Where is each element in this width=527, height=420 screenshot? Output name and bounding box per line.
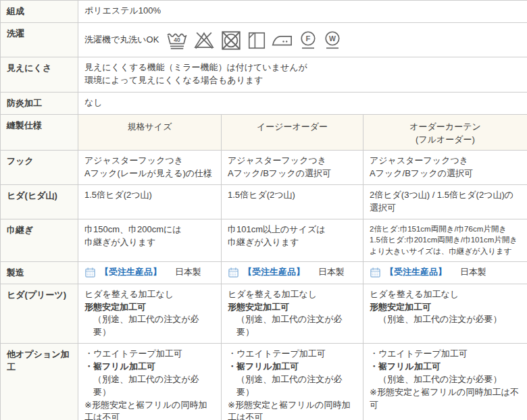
cell-hook-full-order: アジャスターフックつき Aフック/Bフックの選択可 xyxy=(363,151,527,185)
origin-label: 日本製 xyxy=(460,266,486,279)
column-header-easy-order: イージーオーダー xyxy=(222,114,363,151)
row-label-pleats: ヒダ(プリーツ) xyxy=(1,284,78,343)
row-label-sewing-spec: 縫製仕様 xyxy=(1,114,78,151)
origin-label: 日本製 xyxy=(175,266,201,279)
row-pleats: ヒダ(プリーツ) ヒダを整える加工なし 形態安定加工可 （別途、加工代の注文が必… xyxy=(1,284,527,343)
visibility-line-1: 見えにくくする機能（ミラー機能）は付けていませんが xyxy=(84,61,521,74)
washing-cell: 洗濯機で丸洗いOK 40 xyxy=(84,27,521,53)
made-to-order-badge: 【受注生産品】 xyxy=(243,266,305,279)
cell-flame-retardant-value: なし xyxy=(78,92,527,114)
wash-40-very-gentle-icon: 40 xyxy=(166,28,189,53)
cell-hook-standard: アジャスターフックつき Aフック(レールが見える)の仕様 xyxy=(78,151,222,185)
row-composition: 組成 ポリエステル100% xyxy=(1,1,527,23)
cell-manufacture-easy-order: 【受注生産品】 日本製 xyxy=(222,261,363,284)
cell-pleats-full-order: ヒダを整える加工なし 形態安定加工可 （別途、加工代の注文が必要） xyxy=(363,284,527,343)
cell-width-joining-easy-order: 巾101cm以上のサイズは 巾継ぎが入ります xyxy=(222,219,363,261)
calendar-icon xyxy=(228,267,239,278)
row-label-flame-retardant: 防炎加工 xyxy=(1,92,78,114)
product-spec-table: 組成 ポリエステル100% 洗濯 洗濯機で丸洗いOK 40 xyxy=(0,0,527,420)
row-label-pleat-mountain: ヒダ(ヒダ山) xyxy=(1,185,78,219)
cell-manufacture-full-order: 【受注生産品】 日本製 xyxy=(363,261,527,284)
row-flame-retardant: 防炎加工 なし xyxy=(1,92,527,114)
cell-pleat-mountain-standard: 1.5倍ヒダ(2つ山) xyxy=(78,185,222,219)
row-label-manufacture: 製造 xyxy=(1,261,78,284)
column-header-standard-size: 規格サイズ xyxy=(78,114,222,151)
row-width-joining: 巾継ぎ 巾150cm、巾200cmには 巾継ぎが入ります 巾101cm以上のサイ… xyxy=(1,219,527,261)
cell-composition-value: ポリエステル100% xyxy=(78,1,527,23)
cell-width-joining-full-order: 2倍ヒダ:巾151cm両開き/巾76cm片開き 1.5倍ヒダ:巾201cm両開き… xyxy=(363,219,527,261)
row-hook: フック アジャスターフックつき Aフック(レールが見える)の仕様 アジャスターフ… xyxy=(1,151,527,185)
do-not-tumble-dry-icon xyxy=(220,28,243,53)
hang-dry-in-shade-icon xyxy=(247,28,267,53)
row-options: 他オプション加工 ・ウエイトテープ加工可 ・裾フリル加工可 （別途、加工代の注文… xyxy=(1,344,527,420)
row-label-composition: 組成 xyxy=(1,1,78,23)
row-sewing-spec: 縫製仕様 規格サイズ イージーオーダー オーダーカーテン (フルオーダー) xyxy=(1,114,527,151)
origin-label: 日本製 xyxy=(318,266,345,279)
row-label-visibility: 見えにくさ xyxy=(1,57,78,92)
calendar-icon xyxy=(84,267,96,278)
cell-options-standard: ・ウエイトテープ加工可 ・裾フリル加工可 （別途、加工代の注文が必要） ※形態安… xyxy=(78,344,222,420)
calendar-icon xyxy=(370,267,381,278)
svg-text:40: 40 xyxy=(174,36,181,43)
cell-hook-easy-order: アジャスターフックつき Aフック/Bフックの選択可 xyxy=(222,151,363,185)
dry-clean-petroleum-gentle-icon: F xyxy=(298,28,318,53)
cell-pleats-standard: ヒダを整える加工なし 形態安定加工可 （別途、加工代の注文が必要） xyxy=(78,284,222,343)
made-to-order-badge: 【受注生産品】 xyxy=(100,266,161,279)
row-label-hook: フック xyxy=(1,151,78,185)
visibility-line-2: 環境によって見えにくくなる場合もあります xyxy=(84,74,521,87)
cell-width-joining-standard: 巾150cm、巾200cmには 巾継ぎが入ります xyxy=(78,219,222,261)
cell-options-easy-order: ・ウエイトテープ加工可 ・裾フリル加工可 （別途、加工代の注文が必要） ※形態安… xyxy=(222,344,363,420)
row-visibility: 見えにくさ 見えにくくする機能（ミラー機能）は付けていませんが 環境によって見え… xyxy=(1,57,527,92)
wet-clean-gentle-icon: W xyxy=(322,28,343,53)
cell-pleat-mountain-easy-order: 1.5倍ヒダ(2つ山) xyxy=(222,185,363,219)
cell-pleat-mountain-full-order: 2倍ヒダ(3つ山) / 1.5倍ヒダ(2つ山)の選択可 xyxy=(363,185,527,219)
row-washing: 洗濯 洗濯機で丸洗いOK 40 xyxy=(1,22,527,57)
cell-visibility: 見えにくくする機能（ミラー機能）は付けていませんが 環境によって見えにくくなる場… xyxy=(78,57,527,92)
cell-manufacture-standard: 【受注生産品】 日本製 xyxy=(78,261,222,284)
svg-text:F: F xyxy=(306,34,311,43)
washing-text: 洗濯機で丸洗いOK xyxy=(84,34,159,47)
row-manufacture: 製造 【受注生産品】 日本製 xyxy=(1,261,527,284)
svg-text:W: W xyxy=(329,34,336,43)
row-pleat-mountain: ヒダ(ヒダ山) 1.5倍ヒダ(2つ山) 1.5倍ヒダ(2つ山) 2倍ヒダ(3つ山… xyxy=(1,185,527,219)
row-label-washing: 洗濯 xyxy=(1,22,78,57)
column-header-full-order: オーダーカーテン (フルオーダー) xyxy=(363,114,527,151)
row-label-width-joining: 巾継ぎ xyxy=(1,219,78,261)
made-to-order-badge: 【受注生産品】 xyxy=(385,266,447,279)
row-label-options: 他オプション加工 xyxy=(1,344,78,420)
cell-pleats-easy-order: ヒダを整える加工なし 形態安定加工可 （別途、加工代の注文が必要） xyxy=(222,284,363,343)
do-not-bleach-icon xyxy=(193,28,216,53)
cell-options-full-order: ・ウエイトテープ加工可 ・裾フリル加工可 （別途、加工代の注文が必要） ※形態安… xyxy=(363,344,527,420)
iron-medium-icon xyxy=(271,28,294,53)
